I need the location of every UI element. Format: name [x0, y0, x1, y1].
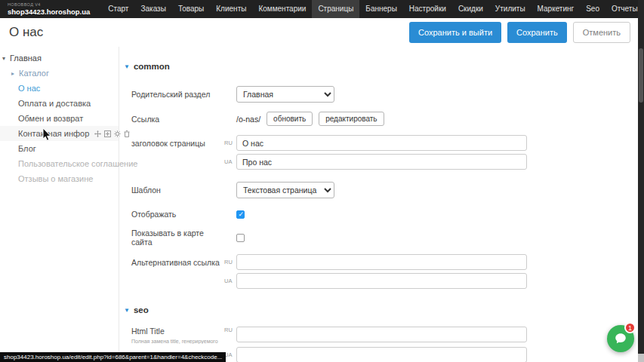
- admin-screen: НОВОВВОД V4 shop34423.horoshop.ua Старт …: [0, 0, 644, 362]
- lang-ru-label: RU: [224, 140, 236, 146]
- link-value: /o-nas/: [236, 115, 260, 124]
- tree-item-blog[interactable]: Блог: [0, 141, 119, 156]
- field-alt-link-ru: Альтернативная ссылка RU: [119, 254, 638, 270]
- tree-item-label: Обмен и возврат: [18, 114, 83, 123]
- menu-item-utilities[interactable]: Утилиты: [489, 0, 532, 18]
- field-parent-section: Родительский раздел Главная: [119, 86, 638, 103]
- section-seo[interactable]: ▼ seo: [124, 305, 638, 314]
- field-html-title-ru: Html Title Полная замена title, генериру…: [119, 327, 638, 344]
- alt-link-label: Альтернативная ссылка: [131, 258, 224, 267]
- lang-ua-label: UA: [224, 158, 236, 165]
- field-link: Ссылка /o-nas/ обновить редактировать: [119, 112, 638, 126]
- menu-item-clients[interactable]: Клиенты: [210, 0, 252, 18]
- store-brand[interactable]: НОВОВВОД V4 shop34423.horoshop.ua: [0, 3, 102, 16]
- cancel-button[interactable]: Отменить: [573, 22, 630, 43]
- tree-item-exchange-return[interactable]: Обмен и возврат: [0, 111, 119, 126]
- menu-item-orders[interactable]: Заказы: [134, 0, 171, 18]
- link-label: Ссылка: [131, 115, 224, 124]
- template-label: Шаблон: [131, 186, 224, 195]
- lang-ua-label: UA: [224, 351, 236, 358]
- menu-item-start[interactable]: Старт: [102, 0, 134, 18]
- tree-item-home[interactable]: ▾ Главная: [0, 51, 119, 66]
- scrollbar-thumb[interactable]: [639, 48, 643, 103]
- menu-item-products[interactable]: Товары: [172, 0, 210, 18]
- field-page-title-ua: UA: [119, 154, 638, 170]
- chat-icon: [614, 332, 627, 345]
- save-and-exit-button[interactable]: Сохранить и выйти: [409, 22, 501, 43]
- tree-item-label: Блог: [18, 144, 36, 153]
- alt-link-ua-input[interactable]: [236, 273, 527, 289]
- chevron-down-icon: ▼: [124, 63, 130, 70]
- section-common[interactable]: ▼ common: [124, 62, 638, 71]
- chat-notification-badge: 1: [624, 322, 636, 333]
- tree-item-label: Главная: [10, 54, 42, 63]
- tree-item-about[interactable]: О нас: [0, 81, 119, 96]
- scrollbar-corner: [638, 354, 644, 362]
- menu-item-pages[interactable]: Страницы: [312, 0, 359, 18]
- link-edit-button[interactable]: редактировать: [319, 112, 384, 126]
- html-title-label-block: Html Title Полная замена title, генериру…: [131, 327, 224, 344]
- html-title-label: Html Title: [131, 327, 224, 336]
- menu-item-banners[interactable]: Баннеры: [359, 0, 402, 18]
- chat-widget-button[interactable]: 1: [607, 325, 634, 352]
- link-preview-statusbar: shop34423.horoshop.ua/edit/edit.php?id=6…: [0, 352, 226, 362]
- save-button[interactable]: Сохранить: [507, 22, 567, 43]
- add-icon[interactable]: [104, 130, 111, 137]
- link-refresh-button[interactable]: обновить: [267, 112, 313, 126]
- display-label: Отображать: [131, 210, 224, 219]
- sitemap-label: Показывать в карте сайта: [131, 229, 224, 247]
- header-buttons: Сохранить и выйти Сохранить Отменить: [409, 22, 630, 43]
- tree-item-contact-info[interactable]: Контактная инфор: [0, 126, 119, 141]
- tree-item-store-reviews[interactable]: Отзывы о магазине: [0, 171, 119, 186]
- section-common-title: common: [134, 62, 170, 71]
- page-header: О нас Сохранить и выйти Сохранить Отмени…: [0, 18, 644, 47]
- tree-item-label: Каталог: [19, 69, 49, 78]
- html-title-hint: Полная замена title, генерируемого: [131, 339, 245, 344]
- field-template: Шаблон Текстовая страница: [119, 182, 638, 198]
- vertical-scrollbar[interactable]: [638, 0, 644, 362]
- menu-item-seo[interactable]: Seo: [580, 0, 605, 18]
- menu-item-settings[interactable]: Настройки: [403, 0, 452, 18]
- alt-link-ru-input[interactable]: [236, 254, 527, 270]
- tree-item-label: О нас: [18, 84, 40, 93]
- parent-section-label: Родительский раздел: [131, 90, 224, 99]
- page-title: О нас: [9, 25, 43, 40]
- lang-ru-label: RU: [224, 259, 236, 265]
- tree-item-label: Оплата и доставка: [18, 99, 91, 108]
- field-alt-link-ua: UA: [119, 273, 638, 289]
- menu-item-comments[interactable]: Комментарии: [252, 0, 312, 18]
- pages-tree: ▾ Главная ▸ Каталог О нас Оплата и доста…: [0, 47, 119, 362]
- display-checkbox[interactable]: [236, 210, 245, 219]
- html-title-ua-input[interactable]: [236, 347, 527, 362]
- page-title-ru-input[interactable]: [236, 135, 527, 151]
- parent-section-select[interactable]: Главная: [236, 86, 334, 103]
- tree-item-label: Отзывы о магазине: [18, 174, 93, 183]
- field-page-title-ru: заголовок страницы RU: [119, 135, 638, 151]
- tree-item-catalog[interactable]: ▸ Каталог: [0, 66, 119, 81]
- template-select[interactable]: Текстовая страница: [236, 182, 334, 198]
- store-brand-sub: НОВОВВОД V4: [8, 3, 90, 8]
- tree-item-label: Пользовательское соглашение: [18, 159, 137, 168]
- tree-item-user-agreement[interactable]: Пользовательское соглашение: [0, 156, 119, 171]
- gear-icon[interactable]: [114, 130, 121, 137]
- tree-item-payment-delivery[interactable]: Оплата и доставка: [0, 96, 119, 111]
- move-icon[interactable]: [94, 130, 101, 137]
- html-title-ru-input[interactable]: [236, 327, 527, 342]
- field-sitemap: Показывать в карте сайта: [119, 232, 638, 243]
- field-display: Отображать: [119, 209, 638, 219]
- trash-icon[interactable]: [124, 130, 130, 137]
- main-menu: Старт Заказы Товары Клиенты Комментарии …: [102, 0, 643, 18]
- topbar: НОВОВВОД V4 shop34423.horoshop.ua Старт …: [0, 0, 644, 18]
- menu-item-discounts[interactable]: Скидки: [452, 0, 489, 18]
- chevron-down-icon: ▼: [124, 307, 130, 314]
- lang-ua-label: UA: [224, 278, 236, 284]
- chevron-down-icon: ▾: [2, 55, 10, 62]
- section-seo-title: seo: [134, 305, 149, 314]
- sitemap-checkbox[interactable]: [236, 234, 245, 242]
- menu-item-marketing[interactable]: Маркетинг: [532, 0, 581, 18]
- tree-item-actions: [94, 130, 130, 137]
- store-domain: shop34423.horoshop.ua: [8, 8, 90, 16]
- tree-item-label: Контактная инфор: [18, 129, 89, 138]
- page-title-ua-input[interactable]: [236, 154, 527, 170]
- page-edit-form: ▼ common Родительский раздел Главная Ссы…: [119, 47, 638, 362]
